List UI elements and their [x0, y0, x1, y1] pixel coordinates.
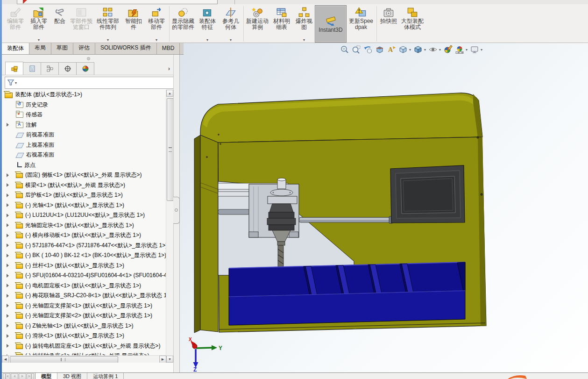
expand-arrow-icon[interactable] — [6, 183, 16, 187]
tree-item[interactable]: (-) 旋转轴承座<1> (默认<<默认>_外观 显示状态>) — [2, 351, 166, 355]
tree-item[interactable]: (-) 横向移动板<1> (默认<<默认>_显示状态 1>) — [2, 230, 166, 241]
previous-view-icon[interactable] — [363, 44, 373, 55]
tree-item[interactable]: (-) 滑块<1> (默认<<默认>_显示状态 1>) — [2, 331, 166, 341]
dropdown-caret[interactable]: ▾ — [409, 48, 411, 52]
show-hidden-components-button[interactable]: 显示隐藏的零部件 — [170, 5, 196, 43]
tree-item[interactable]: 历史记录 — [2, 100, 166, 110]
tab-property-manager[interactable] — [23, 62, 41, 75]
panel-splitter[interactable] — [173, 54, 180, 372]
expand-arrow-icon[interactable] — [6, 254, 16, 257]
tree-item[interactable]: (-) 光轴固定支撑架<1> (默认<<默认>_显示状态 1>) — [2, 301, 166, 311]
scroll-up-button[interactable]: ▲ — [166, 90, 173, 97]
display-style-icon[interactable] — [413, 44, 423, 55]
expand-arrow-icon[interactable] — [6, 344, 16, 348]
section-view-icon[interactable] — [375, 44, 385, 55]
dropdown-caret[interactable]: ▾ — [439, 48, 441, 52]
expand-arrow-icon[interactable] — [6, 193, 16, 197]
expand-arrow-icon[interactable] — [6, 234, 16, 237]
scroll-thumb[interactable] — [10, 356, 118, 363]
tree-item[interactable]: (-) SFU(01604-4-03210-4)SFU01604-4<1> (S… — [2, 271, 166, 281]
next-tab-button[interactable] — [19, 373, 26, 379]
tree-item[interactable]: 原点 — [2, 160, 166, 171]
tree-item[interactable]: (-) LU12UU<1> (LU12UU<<默认>_显示状态 1>) — [2, 210, 166, 221]
move-component-button[interactable]: 移动零部件 ▾ — [145, 5, 168, 43]
dropdown-caret[interactable]: ▾ — [303, 38, 305, 42]
dropdown-caret[interactable]: ▾ — [424, 48, 426, 52]
expand-arrow-icon[interactable] — [6, 203, 16, 207]
expand-arrow-icon[interactable] — [6, 294, 16, 298]
expand-arrow-icon[interactable] — [6, 173, 16, 177]
tab-sketch[interactable]: 草图 — [51, 42, 73, 54]
expand-arrow-icon[interactable] — [6, 264, 16, 267]
dropdown-caret[interactable]: ▾ — [230, 38, 232, 42]
dropdown-caret[interactable]: ▾ — [156, 38, 157, 42]
zoom-to-area-icon[interactable] — [351, 44, 361, 55]
filter-dropdown-caret[interactable]: ▾ — [15, 81, 17, 85]
expand-arrow-icon[interactable] — [6, 324, 16, 328]
previous-tab-button[interactable] — [11, 373, 18, 379]
insert-components-button[interactable]: 插入零部件 ▾ — [27, 5, 50, 43]
component-preview-window-button[interactable]: 零部件预览窗口 — [69, 5, 93, 43]
tab-configuration-manager[interactable] — [41, 62, 59, 75]
dropdown-caret[interactable]: ▾ — [466, 48, 468, 52]
tab-solidworks-addins[interactable]: SOLIDWORKS 插件 — [95, 42, 157, 54]
collapse-panel-arrow[interactable]: › — [166, 65, 172, 72]
edit-component-button[interactable]: 编辑零部件 — [4, 5, 27, 43]
tree-item[interactable]: 上视基准面 — [2, 140, 166, 150]
tree-item[interactable]: (-) 电机固定板<1> (默认<<默认>_显示状态 1>) — [2, 281, 166, 291]
assembly-features-button[interactable]: 装配体特征 ▾ — [196, 5, 219, 43]
expand-arrow-icon[interactable] — [6, 284, 16, 287]
scroll-down-button[interactable]: ▼ — [166, 356, 173, 363]
expand-arrow-icon[interactable] — [6, 214, 16, 217]
tab-layout[interactable]: 布局 — [29, 42, 51, 54]
dropdown-caret[interactable]: ▾ — [206, 38, 208, 42]
bill-of-materials-button[interactable]: 材料明细表 — [270, 5, 293, 43]
tree-item[interactable]: (-) Z轴光轴<1> (默认<<默认>_显示状态 1>) — [2, 321, 166, 331]
tree-vertical-scrollbar[interactable]: ▲ ▼ — [166, 90, 173, 363]
first-tab-button[interactable] — [3, 373, 10, 379]
tree-item[interactable]: 光轴固定块<1> (默认<<默认>_显示状态 1>) — [2, 221, 166, 231]
tab-model[interactable]: 模型 — [35, 373, 57, 379]
large-assembly-mode-button[interactable]: 大型装配体模式 — [399, 5, 425, 43]
linear-component-pattern-button[interactable]: 线性零部件阵列 ▾ — [93, 5, 122, 43]
apply-scene-icon[interactable] — [454, 44, 465, 55]
view-annotations-icon[interactable]: A — [386, 44, 397, 55]
splitter-grip-dot[interactable] — [87, 57, 90, 60]
tree-item[interactable]: (-) 梅花联轴器_SRJ-C20-8<1> (默认<<默认>_显示状态 1>) — [2, 291, 166, 301]
tree-horizontal-scrollbar[interactable]: ◀ ▶ — [2, 355, 166, 363]
smart-fasteners-button[interactable]: 智能扣件 — [122, 5, 145, 43]
tree-item[interactable]: (-) 57J1876-447<1> (57J1876-447<<默认>_显示状… — [2, 241, 166, 251]
tab-feature-manager[interactable] — [5, 62, 23, 75]
expand-arrow-icon[interactable] — [6, 334, 16, 338]
tab-dimxpert-manager[interactable] — [58, 62, 77, 75]
tab-evaluate[interactable]: 评估 — [73, 42, 95, 54]
last-tab-button[interactable] — [27, 373, 34, 379]
mate-button[interactable]: 配合 — [50, 5, 69, 43]
hide-show-items-icon[interactable] — [428, 44, 438, 55]
tree-item[interactable]: (-) 光轴<1> (默认<<默认>_显示状态 1>) — [2, 200, 166, 211]
tab-display-manager[interactable] — [76, 62, 94, 75]
tab-3d-views[interactable]: 3D 视图 — [57, 373, 87, 379]
tab-motion-study-1[interactable]: 运动算例 1 — [87, 373, 124, 379]
dropdown-caret[interactable]: ▾ — [107, 38, 109, 42]
expand-arrow-icon[interactable] — [6, 314, 16, 318]
expand-arrow-icon[interactable] — [6, 223, 16, 227]
dropdown-caret[interactable]: ▾ — [38, 38, 40, 42]
tree-item[interactable]: 后护板<1> (默认<<默认>_显示状态 1>) — [2, 190, 166, 200]
tree-item[interactable]: (固定) 侧板<1> (默认<<默认>_外观 显示状态>) — [2, 170, 166, 180]
tree-item[interactable]: (-) 丝杆<1> (默认<<默认>_显示状态 1>) — [2, 261, 166, 271]
update-speedpak-button[interactable]: 更新Speedpak — [347, 5, 375, 43]
tree-item[interactable]: (-) BK ( 10-40 ) BK-12 <1> (BK-10<<默认>_显… — [2, 250, 166, 261]
tree-filter-input[interactable]: ▾ — [5, 77, 174, 89]
model-3d-view[interactable]: Y Z X — [179, 42, 588, 372]
dropdown-caret[interactable]: ▾ — [481, 48, 482, 52]
tree-item[interactable]: 传感器 — [2, 110, 166, 120]
zoom-to-fit-icon[interactable] — [340, 44, 350, 55]
tree-item[interactable]: (-) 旋转电机固定座<1> (默认<<默认>_外观 显示状态>) — [2, 341, 166, 351]
tree-item[interactable]: 右视基准面 — [2, 150, 166, 160]
tree-item[interactable]: (-) 光轴固定支撑架<2> (默认<<默认>_显示状态 1>) — [2, 311, 166, 321]
tree-item[interactable]: 横梁<1> (默认<<默认>_外观 显示状态>) — [2, 180, 166, 191]
exploded-view-button[interactable]: 爆炸视图 ▾ — [293, 5, 315, 43]
tree-item[interactable]: 前视基准面 — [2, 130, 166, 140]
take-snapshot-button[interactable]: 拍快照 — [378, 5, 399, 43]
